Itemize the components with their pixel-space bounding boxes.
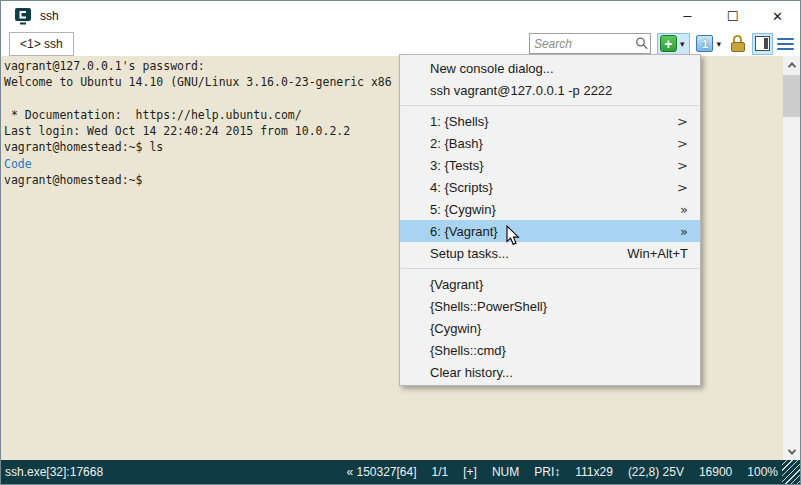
plus-icon: + [664,37,672,51]
maximize-button[interactable]: ☐ [710,1,755,31]
search-input[interactable] [530,37,634,51]
main-menu-icon[interactable] [777,38,794,50]
conemu-window: ssh ─ ☐ ✕ <1> ssh + ▾ 1 ▾ [0,0,801,485]
menu-item[interactable]: 3: {Tests}> [400,154,700,176]
menu-item-shortcut: Win+Alt+T [627,246,688,261]
hamburger-bar [777,38,794,40]
statusbar-cell: NUM [492,465,519,479]
menu-item[interactable]: 1: {Shells}> [400,110,700,132]
menu-item-label: 2: {Bash} [430,136,483,151]
minimize-icon: ─ [684,9,692,24]
menu-item-label: 4: {Scripts} [430,180,493,195]
console-number-label: 1 [702,38,708,50]
new-console-button-group: + ▾ [657,33,691,55]
statusbar-cell: (22,8) 25V [628,465,684,479]
statusbar-cell: [+] [463,465,477,479]
menu-item[interactable]: {Vagrant} [400,273,700,295]
menu-separator [401,105,699,106]
chevron-up-icon [787,62,795,70]
menu-item-label: {Shells::cmd} [430,343,506,358]
statusbar-cell: 111x29 [575,465,613,479]
tab-toolbar: <1> ssh + ▾ 1 ▾ [1,31,800,56]
statusbar-cell: 1/1 [432,465,449,479]
scroll-up-button[interactable] [783,56,800,73]
menu-item[interactable]: {Shells::PowerShell} [400,295,700,317]
menu-item-label: 1: {Shells} [430,114,489,129]
close-button[interactable]: ✕ [755,1,800,31]
submenu-arrow-icon: » [680,202,688,217]
scrollbar-thumb[interactable] [783,75,800,117]
search-icon[interactable] [634,36,650,52]
minimize-button[interactable]: ─ [665,1,710,31]
scrollbar [783,56,800,460]
lock-body [731,42,745,52]
new-console-button[interactable]: + [660,35,677,52]
sidebar-toggle-group [752,33,773,55]
menu-item-label: ssh vagrant@127.0.0.1 -p 2222 [430,83,612,98]
conemu-logo-icon [14,7,32,25]
menu-separator [401,268,699,269]
menu-item[interactable]: New console dialog... [400,57,700,79]
submenu-arrow-icon: > [677,158,688,173]
close-icon: ✕ [772,9,783,24]
menu-item[interactable]: 4: {Scripts}> [400,176,700,198]
statusbar-process: ssh.exe[32]:17668 [5,465,103,479]
menu-item-label: 6: {Vagrant} [430,224,498,239]
sidebar-toggle-icon[interactable] [755,36,770,51]
submenu-arrow-icon: > [677,114,688,129]
hamburger-bar [777,43,794,45]
menu-item[interactable]: 5: {Cygwin}» [400,198,700,220]
menu-item-label: 5: {Cygwin} [430,202,496,217]
menu-item-label: {Shells::PowerShell} [430,299,547,314]
menu-item-label: 3: {Tests} [430,158,483,173]
resize-grip[interactable] [782,460,800,484]
menu-item[interactable]: 6: {Vagrant}» [400,220,700,242]
tab-label: <1> ssh [20,37,63,51]
lock-icon[interactable] [730,35,746,52]
maximize-icon: ☐ [727,9,739,24]
window-title: ssh [40,9,59,23]
statusbar-cell: « 150327[64] [346,465,416,479]
statusbar-cells: « 150327[64]1/1[+]NUMPRI↕111x29(22,8) 25… [346,465,778,479]
menu-item[interactable]: {Shells::cmd} [400,339,700,361]
menu-item[interactable]: ssh vagrant@127.0.0.1 -p 2222 [400,79,700,101]
menu-item[interactable]: Setup tasks...Win+Alt+T [400,242,700,264]
submenu-arrow-icon: > [677,136,688,151]
statusbar-cell: 100% [747,465,778,479]
menu-item-label: {Vagrant} [430,277,483,292]
scrollbar-track[interactable] [783,73,800,443]
menu-item[interactable]: Clear history... [400,361,700,383]
menu-item-label: New console dialog... [430,61,554,76]
new-console-dropdown-arrow-icon[interactable]: ▾ [677,39,688,49]
menu-item-label: Setup tasks... [430,246,509,261]
console-number-icon[interactable]: 1 [696,35,713,52]
statusbar: ssh.exe[32]:17668 « 150327[64]1/1[+]NUMP… [1,460,800,484]
search-box [529,33,651,54]
active-console-group: 1 ▾ [693,33,727,55]
chevron-down-icon [787,446,795,454]
scroll-down-button[interactable] [783,443,800,460]
menu-item[interactable]: 2: {Bash}> [400,132,700,154]
hamburger-bar [777,48,794,50]
tab-ssh[interactable]: <1> ssh [9,32,74,56]
menu-item[interactable]: {Cygwin} [400,317,700,339]
statusbar-cell: 16900 [699,465,732,479]
statusbar-cell: PRI↕ [534,465,560,479]
titlebar: ssh ─ ☐ ✕ [1,1,800,31]
new-console-dropdown-menu: New console dialog...ssh vagrant@127.0.0… [399,54,701,386]
console-dropdown-arrow-icon[interactable]: ▾ [713,39,724,49]
menu-item-label: Clear history... [430,365,513,380]
menu-item-label: {Cygwin} [430,321,481,336]
submenu-arrow-icon: » [680,224,688,239]
submenu-arrow-icon: > [677,180,688,195]
